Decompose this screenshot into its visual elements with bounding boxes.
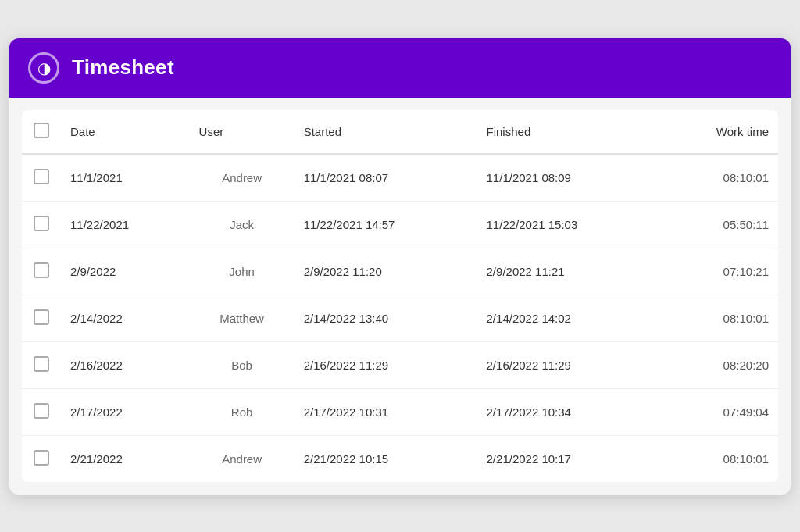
table-body: 11/1/2021 Andrew 11/1/2021 08:07 11/1/20… bbox=[22, 154, 778, 482]
table-row: 2/9/2022 John 2/9/2022 11:20 2/9/2022 11… bbox=[22, 248, 778, 295]
row-finished: 2/16/2022 11:29 bbox=[477, 341, 660, 388]
row-started: 11/22/2021 14:57 bbox=[295, 201, 477, 248]
row-worktime: 07:10:21 bbox=[659, 248, 778, 295]
row-date: 2/14/2022 bbox=[61, 295, 190, 341]
timesheet-table: Date User Started Finished Work time 11/… bbox=[22, 110, 778, 482]
row-date: 2/21/2022 bbox=[61, 435, 190, 482]
row-user: Bob bbox=[190, 341, 295, 388]
header: ◑ Timesheet bbox=[9, 38, 791, 98]
row-started: 2/14/2022 13:40 bbox=[295, 295, 477, 341]
row-started: 11/1/2021 08:07 bbox=[295, 154, 477, 202]
row-checkbox-cell bbox=[22, 248, 61, 295]
row-checkbox[interactable] bbox=[34, 403, 49, 419]
timesheet-icon: ◑ bbox=[28, 52, 59, 84]
row-finished: 2/21/2022 10:17 bbox=[477, 435, 660, 482]
row-checkbox[interactable] bbox=[34, 262, 49, 278]
row-date: 11/1/2021 bbox=[61, 154, 190, 202]
header-worktime: Work time bbox=[659, 110, 778, 154]
table-row: 11/22/2021 Jack 11/22/2021 14:57 11/22/2… bbox=[22, 201, 778, 248]
row-worktime: 08:10:01 bbox=[659, 295, 778, 341]
row-checkbox-cell bbox=[22, 341, 61, 388]
table-row: 2/16/2022 Bob 2/16/2022 11:29 2/16/2022 … bbox=[22, 341, 778, 388]
table-row: 11/1/2021 Andrew 11/1/2021 08:07 11/1/20… bbox=[22, 154, 778, 202]
row-checkbox-cell bbox=[22, 435, 61, 482]
row-user: Jack bbox=[190, 201, 295, 248]
table-row: 2/21/2022 Andrew 2/21/2022 10:15 2/21/20… bbox=[22, 435, 778, 482]
table-header-row: Date User Started Finished Work time bbox=[22, 110, 778, 154]
row-started: 2/9/2022 11:20 bbox=[295, 248, 477, 295]
row-finished: 2/9/2022 11:21 bbox=[477, 248, 660, 295]
row-date: 2/17/2022 bbox=[61, 388, 190, 435]
row-user: Matthew bbox=[190, 295, 295, 341]
row-checkbox[interactable] bbox=[34, 356, 49, 372]
row-checkbox[interactable] bbox=[34, 309, 49, 325]
row-worktime: 05:50:11 bbox=[659, 201, 778, 248]
row-started: 2/21/2022 10:15 bbox=[295, 435, 477, 482]
row-started: 2/17/2022 10:31 bbox=[295, 388, 477, 435]
select-all-checkbox[interactable] bbox=[34, 123, 49, 138]
header-started: Started bbox=[295, 110, 477, 154]
header-checkbox-cell bbox=[22, 110, 61, 154]
table-row: 2/14/2022 Matthew 2/14/2022 13:40 2/14/2… bbox=[22, 295, 778, 341]
row-user: John bbox=[190, 248, 295, 295]
timesheet-card: ◑ Timesheet Date User Started Finished W… bbox=[9, 38, 791, 495]
row-finished: 2/17/2022 10:34 bbox=[477, 388, 660, 435]
row-date: 2/9/2022 bbox=[61, 248, 190, 295]
header-date: Date bbox=[61, 110, 190, 154]
row-user: Andrew bbox=[190, 154, 295, 202]
row-checkbox[interactable] bbox=[34, 216, 49, 231]
row-checkbox-cell bbox=[22, 154, 61, 202]
header-user: User bbox=[190, 110, 295, 154]
header-finished: Finished bbox=[477, 110, 660, 154]
row-checkbox-cell bbox=[22, 295, 61, 341]
row-finished: 11/22/2021 15:03 bbox=[477, 201, 660, 248]
row-worktime: 08:10:01 bbox=[659, 435, 778, 482]
row-worktime: 08:20:20 bbox=[659, 341, 778, 388]
row-finished: 2/14/2022 14:02 bbox=[477, 295, 660, 341]
row-checkbox[interactable] bbox=[34, 450, 49, 466]
row-date: 2/16/2022 bbox=[61, 341, 190, 388]
row-checkbox-cell bbox=[22, 388, 61, 435]
table-row: 2/17/2022 Rob 2/17/2022 10:31 2/17/2022 … bbox=[22, 388, 778, 435]
row-checkbox[interactable] bbox=[34, 169, 49, 184]
row-worktime: 07:49:04 bbox=[659, 388, 778, 435]
row-checkbox-cell bbox=[22, 201, 61, 248]
row-worktime: 08:10:01 bbox=[659, 154, 778, 202]
row-started: 2/16/2022 11:29 bbox=[295, 341, 477, 388]
row-user: Andrew bbox=[190, 435, 295, 482]
row-user: Rob bbox=[190, 388, 295, 435]
row-date: 11/22/2021 bbox=[61, 201, 190, 248]
row-finished: 11/1/2021 08:09 bbox=[477, 154, 660, 202]
table-container: Date User Started Finished Work time 11/… bbox=[9, 98, 791, 495]
page-title: Timesheet bbox=[72, 55, 174, 80]
